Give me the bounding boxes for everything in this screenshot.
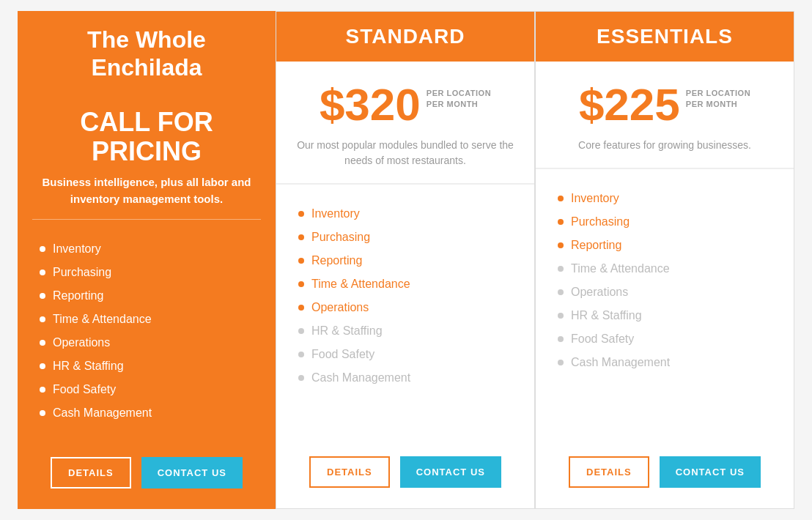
enchilada-title: The Whole Enchilada xyxy=(32,26,261,82)
price-section-essentials: $225 PER LOCATION PER MONTH Core feature… xyxy=(536,62,794,168)
feature-bullet-4 xyxy=(40,340,45,346)
feature-bullet-4 xyxy=(558,289,564,295)
feature-label-1: Purchasing xyxy=(311,231,370,244)
feature-bullet-5 xyxy=(40,363,45,369)
feature-label-6: Food Safety xyxy=(571,333,634,346)
feature-label-1: Purchasing xyxy=(571,215,630,229)
feature-item-0: Inventory xyxy=(40,237,254,261)
feature-label-6: Food Safety xyxy=(311,348,374,361)
price-per: PER LOCATION PER MONTH xyxy=(427,82,491,111)
card-footer-standard: DETAILS CONTACT US xyxy=(276,442,534,508)
feature-label-4: Operations xyxy=(311,301,369,314)
price-description: Our most popular modules bundled to serv… xyxy=(291,138,520,168)
feature-bullet-3 xyxy=(40,316,45,322)
feature-bullet-6 xyxy=(298,352,304,357)
feature-list: Inventory Purchasing Reporting xyxy=(298,202,512,390)
feature-bullet-0 xyxy=(298,211,304,217)
feature-bullet-6 xyxy=(558,336,564,342)
price-per-line1: PER LOCATION xyxy=(427,88,491,99)
feature-list: Inventory Purchasing Reporting xyxy=(558,187,772,374)
price-row: $320 PER LOCATION PER MONTH xyxy=(291,82,520,127)
feature-item-4: Operations xyxy=(558,281,772,304)
feature-item-0: Inventory xyxy=(558,187,772,210)
plan-card-essentials: ESSENTIALS $225 PER LOCATION PER MONTH C… xyxy=(535,11,794,510)
price-section-standard: $320 PER LOCATION PER MONTH Our most pop… xyxy=(276,62,534,184)
feature-item-2: Reporting xyxy=(558,234,772,257)
feature-bullet-1 xyxy=(298,234,304,240)
feature-item-3: Time & Attendance xyxy=(40,308,254,331)
feature-bullet-4 xyxy=(298,305,304,311)
feature-label-6: Food Safety xyxy=(53,383,116,396)
feature-label-7: Cash Management xyxy=(311,371,410,385)
feature-label-3: Time & Attendance xyxy=(571,262,670,275)
feature-item-6: Food Safety xyxy=(558,327,772,351)
feature-label-0: Inventory xyxy=(311,207,360,220)
enchilada-description: Business intelligence, plus all labor an… xyxy=(35,174,258,207)
feature-bullet-2 xyxy=(558,242,564,248)
contact-button[interactable]: CONTACT US xyxy=(660,456,761,488)
details-button[interactable]: DETAILS xyxy=(309,456,390,488)
features-section-essentials: Inventory Purchasing Reporting xyxy=(536,169,794,442)
price-per-line2: PER MONTH xyxy=(427,99,491,110)
feature-label-5: HR & Staffing xyxy=(311,324,383,338)
feature-item-1: Purchasing xyxy=(298,226,512,249)
details-button[interactable]: DETAILS xyxy=(569,456,649,488)
feature-bullet-3 xyxy=(558,266,564,272)
feature-label-2: Reporting xyxy=(571,239,621,252)
feature-item-4: Operations xyxy=(298,296,512,319)
price-per-line2: PER MONTH xyxy=(686,99,750,110)
price-row: $225 PER LOCATION PER MONTH xyxy=(550,82,779,127)
feature-item-3: Time & Attendance xyxy=(298,272,512,296)
feature-item-7: Cash Management xyxy=(298,366,512,390)
feature-label-0: Inventory xyxy=(53,242,101,256)
feature-bullet-5 xyxy=(298,328,304,334)
card-footer-essentials: DETAILS CONTACT US xyxy=(536,442,794,508)
enchilada-header: The Whole Enchilada xyxy=(18,11,276,94)
feature-item-0: Inventory xyxy=(298,202,512,226)
price-per: PER LOCATION PER MONTH xyxy=(686,82,750,111)
feature-item-5: HR & Staffing xyxy=(558,304,772,327)
contact-button[interactable]: CONTACT US xyxy=(400,456,501,488)
enchilada-footer: DETAILS CONTACT US xyxy=(18,442,276,509)
details-button[interactable]: DETAILS xyxy=(51,457,131,489)
feature-bullet-1 xyxy=(558,219,564,225)
feature-list: Inventory Purchasing Reporting xyxy=(40,237,254,425)
enchilada-features: Inventory Purchasing Reporting xyxy=(18,220,276,442)
price-amount: $320 xyxy=(320,82,421,127)
price-description: Core features for growing businesses. xyxy=(550,138,779,153)
contact-button[interactable]: CONTACT US xyxy=(141,457,243,489)
enchilada-price-label: CALL FORPRICING xyxy=(35,108,258,166)
feature-bullet-2 xyxy=(298,258,304,264)
feature-bullet-7 xyxy=(298,375,304,381)
feature-label-3: Time & Attendance xyxy=(311,278,410,291)
plan-title-standard: STANDARD xyxy=(276,12,534,62)
feature-item-5: HR & Staffing xyxy=(40,354,254,378)
plan-card-enchilada: The Whole Enchilada CALL FORPRICING Busi… xyxy=(18,11,276,510)
feature-label-7: Cash Management xyxy=(571,356,670,369)
feature-label-0: Inventory xyxy=(571,192,619,205)
feature-label-5: HR & Staffing xyxy=(53,360,124,373)
feature-item-1: Purchasing xyxy=(558,210,772,234)
feature-item-2: Reporting xyxy=(298,249,512,272)
feature-label-2: Reporting xyxy=(53,289,103,302)
pricing-container: The Whole Enchilada CALL FORPRICING Busi… xyxy=(18,11,794,510)
plan-title-essentials: ESSENTIALS xyxy=(536,12,794,62)
feature-bullet-6 xyxy=(40,387,45,393)
feature-label-2: Reporting xyxy=(311,254,362,267)
feature-bullet-2 xyxy=(40,293,45,299)
plan-card-standard: STANDARD $320 PER LOCATION PER MONTH Our… xyxy=(276,11,535,510)
feature-bullet-3 xyxy=(298,281,304,287)
feature-label-5: HR & Staffing xyxy=(571,309,642,322)
feature-item-6: Food Safety xyxy=(40,378,254,401)
feature-item-2: Reporting xyxy=(40,284,254,308)
feature-item-7: Cash Management xyxy=(40,401,254,425)
feature-item-7: Cash Management xyxy=(558,351,772,374)
features-section-standard: Inventory Purchasing Reporting xyxy=(276,185,534,442)
feature-label-7: Cash Management xyxy=(53,406,152,420)
price-per-line1: PER LOCATION xyxy=(686,88,750,99)
feature-bullet-7 xyxy=(40,410,45,416)
feature-item-5: HR & Staffing xyxy=(298,319,512,343)
price-amount: $225 xyxy=(579,82,680,127)
enchilada-price-section: CALL FORPRICING Business intelligence, p… xyxy=(18,93,276,219)
feature-bullet-1 xyxy=(40,270,45,275)
